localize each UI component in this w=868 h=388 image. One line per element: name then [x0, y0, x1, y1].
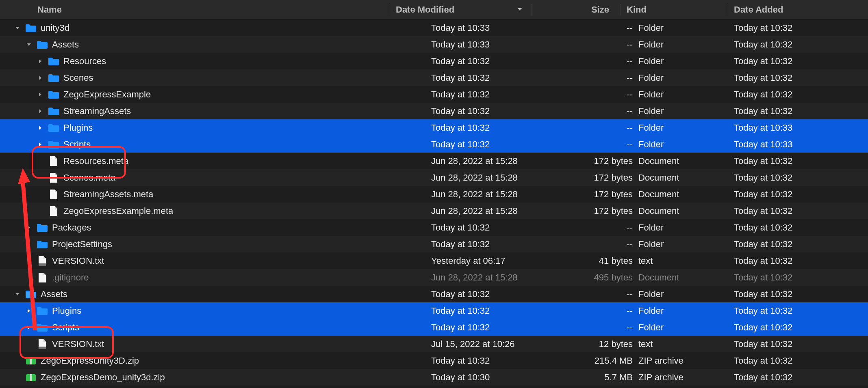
file-date-modified: Jun 28, 2022 at 15:28	[431, 172, 561, 183]
file-size: --	[561, 222, 638, 233]
disclosure-closed-icon[interactable]	[37, 141, 44, 148]
column-added-label: Date Added	[734, 4, 783, 15]
document-icon	[37, 273, 48, 282]
file-kind: Folder	[638, 306, 734, 316]
column-kind[interactable]: Kind	[627, 4, 722, 15]
file-size: --	[561, 56, 638, 67]
file-row[interactable]: VERSION.txtJul 15, 2022 at 10:2612 bytes…	[0, 336, 868, 352]
file-row[interactable]: ZegoExpressExample.metaJun 28, 2022 at 1…	[0, 203, 868, 219]
file-row[interactable]: PluginsToday at 10:32--FolderToday at 10…	[0, 119, 868, 136]
folder-icon	[37, 306, 48, 316]
file-row[interactable]: ScriptsToday at 10:32--FolderToday at 10…	[0, 136, 868, 153]
file-size: 172 bytes	[561, 156, 638, 166]
file-row[interactable]: Scenes.metaJun 28, 2022 at 15:28172 byte…	[0, 169, 868, 186]
file-size: --	[561, 239, 638, 250]
file-date-modified: Today at 10:32	[431, 222, 561, 233]
file-date-added: Today at 10:32	[734, 239, 868, 250]
file-name: Resources	[63, 56, 106, 67]
disclosure-closed-icon[interactable]	[37, 124, 44, 131]
column-date-added[interactable]: Date Added	[734, 4, 868, 15]
archive-icon	[25, 373, 37, 382]
file-date-added: Today at 10:32	[734, 289, 868, 300]
file-date-modified: Today at 10:32	[431, 322, 561, 333]
folder-icon	[37, 223, 48, 233]
disclosure-closed-icon[interactable]	[37, 91, 44, 98]
file-size: 41 bytes	[561, 256, 638, 266]
file-name: Scripts	[52, 322, 79, 333]
svg-rect-1	[39, 347, 46, 349]
column-date-modified[interactable]: Date Modified	[396, 4, 526, 15]
file-row[interactable]: ScriptsToday at 10:32--FolderToday at 10…	[0, 319, 868, 336]
column-name[interactable]: Name	[0, 4, 384, 15]
disclosure-closed-icon[interactable]	[25, 324, 33, 331]
file-size: --	[561, 289, 638, 300]
file-row[interactable]: ZegoExpressDemo_unity3d.zipToday at 10:3…	[0, 369, 868, 386]
file-date-modified: Yesterday at 06:17	[431, 256, 561, 266]
file-row[interactable]: VERSION.txtYesterday at 06:1741 bytestex…	[0, 252, 868, 269]
file-date-modified: Jun 28, 2022 at 15:28	[431, 189, 561, 200]
file-date-added: Today at 10:33	[734, 139, 868, 150]
file-row[interactable]: ScenesToday at 10:32--FolderToday at 10:…	[0, 69, 868, 86]
column-divider[interactable]	[621, 4, 621, 16]
file-kind: Folder	[638, 222, 734, 233]
file-date-added: Today at 10:32	[734, 39, 868, 50]
file-date-modified: Today at 10:32	[431, 356, 561, 366]
text-file-icon	[37, 256, 48, 266]
file-name: Scenes.meta	[63, 172, 115, 183]
disclosure-closed-icon[interactable]	[37, 74, 44, 82]
file-row[interactable]: ResourcesToday at 10:32--FolderToday at …	[0, 53, 868, 69]
file-date-added: Today at 10:32	[734, 356, 868, 366]
disclosure-closed-icon[interactable]	[37, 108, 44, 115]
file-kind: Folder	[638, 123, 734, 133]
file-row[interactable]: unity3dToday at 10:33--FolderToday at 10…	[0, 19, 868, 36]
file-date-added: Today at 10:32	[734, 189, 868, 200]
file-row[interactable]: PluginsToday at 10:32--FolderToday at 10…	[0, 302, 868, 319]
file-kind: text	[638, 339, 734, 349]
disclosure-open-icon[interactable]	[14, 24, 21, 32]
document-icon	[48, 156, 59, 166]
file-date-modified: Today at 10:32	[431, 289, 561, 300]
disclosure-closed-icon[interactable]	[25, 224, 33, 231]
file-row[interactable]: StreamingAssets.metaJun 28, 2022 at 15:2…	[0, 186, 868, 203]
file-kind: Document	[638, 206, 734, 216]
column-divider[interactable]	[390, 4, 390, 16]
file-kind: Folder	[638, 73, 734, 83]
file-kind: Folder	[638, 239, 734, 250]
disclosure-closed-icon[interactable]	[37, 58, 44, 65]
file-size: 172 bytes	[561, 206, 638, 216]
file-row[interactable]: ProjectSettingsToday at 10:32--FolderTod…	[0, 236, 868, 252]
file-kind: Folder	[638, 289, 734, 300]
file-row[interactable]: ZegoExpressUnity3D.zipToday at 10:32215.…	[0, 352, 868, 369]
file-name: ZegoExpressDemo_unity3d.zip	[41, 372, 165, 383]
document-icon	[48, 173, 59, 183]
file-kind: Folder	[638, 106, 734, 116]
file-date-modified: Today at 10:32	[431, 123, 561, 133]
file-row[interactable]: ZegoExpressExampleToday at 10:32--Folder…	[0, 86, 868, 103]
file-date-added: Today at 10:32	[734, 256, 868, 266]
disclosure-closed-icon[interactable]	[25, 307, 33, 315]
disclosure-open-icon[interactable]	[14, 291, 21, 298]
file-kind: Document	[638, 272, 734, 283]
disclosure-closed-icon[interactable]	[25, 241, 33, 248]
file-date-added: Today at 10:32	[734, 89, 868, 100]
file-name: ZegoExpressExample.meta	[63, 206, 173, 216]
file-date-added: Today at 10:32	[734, 106, 868, 116]
file-size: 172 bytes	[561, 172, 638, 183]
column-header: Name Date Modified Size Kind Date Added	[0, 0, 868, 19]
file-row[interactable]: Resources.metaJun 28, 2022 at 15:28172 b…	[0, 153, 868, 169]
file-name: Resources.meta	[63, 156, 128, 166]
file-size: --	[561, 23, 638, 33]
file-row[interactable]: PackagesToday at 10:32--FolderToday at 1…	[0, 219, 868, 236]
column-divider[interactable]	[532, 4, 532, 16]
file-row[interactable]: AssetsToday at 10:33--FolderToday at 10:…	[0, 36, 868, 53]
file-name: Plugins	[63, 123, 93, 133]
file-row[interactable]: AssetsToday at 10:32--FolderToday at 10:…	[0, 286, 868, 302]
file-row[interactable]: StreamingAssetsToday at 10:32--FolderTod…	[0, 103, 868, 119]
file-name: VERSION.txt	[52, 339, 104, 349]
file-row[interactable]: .gitignoreJun 28, 2022 at 15:28495 bytes…	[0, 269, 868, 286]
column-size[interactable]: Size	[538, 4, 615, 15]
file-name: Scenes	[63, 73, 93, 83]
file-kind: ZIP archive	[638, 372, 734, 383]
column-divider[interactable]	[728, 4, 728, 16]
disclosure-open-icon[interactable]	[25, 41, 33, 48]
